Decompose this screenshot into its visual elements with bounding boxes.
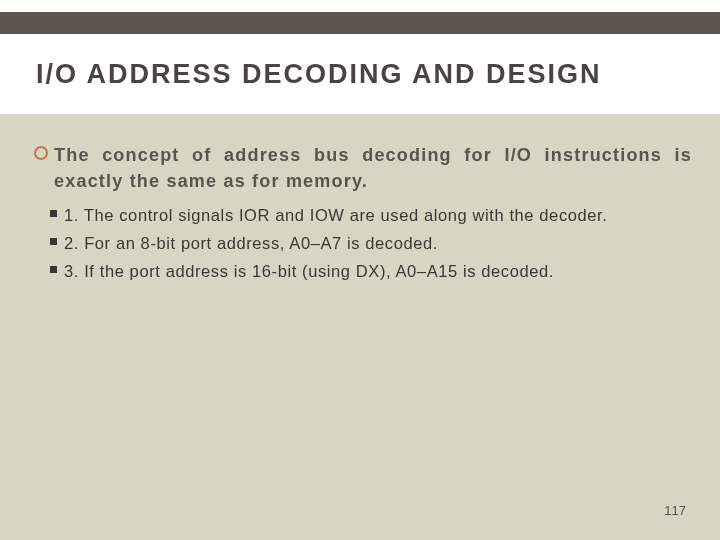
square-bullet-icon	[50, 210, 57, 217]
bullet-text: 1. The control signals IOR and IOW are u…	[64, 206, 607, 224]
content-area: The concept of address bus decoding for …	[34, 142, 692, 288]
title-area: I/O ADDRESS DECODING AND DESIGN	[0, 34, 720, 114]
circle-bullet-icon	[34, 146, 48, 160]
list-item: 2. For an 8-bit port address, A0–A7 is d…	[34, 232, 692, 256]
top-strip	[0, 0, 720, 12]
lead-paragraph: The concept of address bus decoding for …	[34, 142, 692, 194]
list-item: 1. The control signals IOR and IOW are u…	[34, 204, 692, 228]
slide: I/O ADDRESS DECODING AND DESIGN The conc…	[0, 0, 720, 540]
square-bullet-icon	[50, 238, 57, 245]
lead-text: The concept of address bus decoding for …	[54, 145, 692, 191]
page-title: I/O ADDRESS DECODING AND DESIGN	[36, 59, 602, 90]
page-number: 117	[664, 503, 686, 518]
bullet-text: 2. For an 8-bit port address, A0–A7 is d…	[64, 234, 438, 252]
square-bullet-icon	[50, 266, 57, 273]
list-item: 3. If the port address is 16-bit (using …	[34, 260, 692, 284]
title-band	[0, 12, 720, 34]
bullet-text: 3. If the port address is 16-bit (using …	[64, 262, 554, 280]
